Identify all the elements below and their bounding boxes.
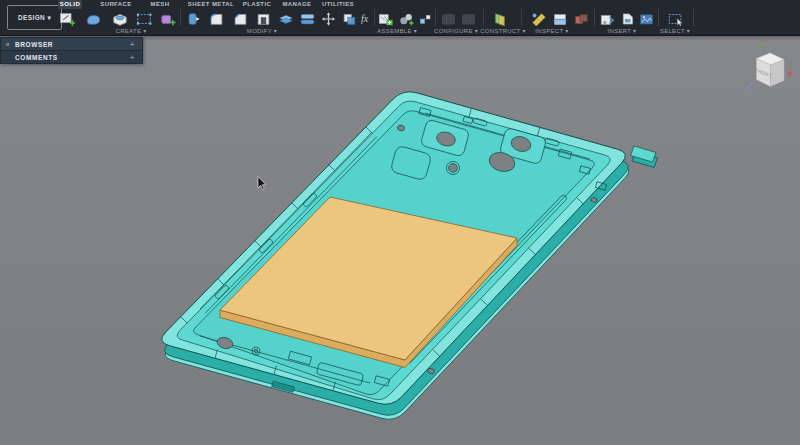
form-icon[interactable]: [81, 11, 106, 27]
design-menu-button[interactable]: DESIGN ▾: [7, 5, 62, 30]
measure-icon[interactable]: [530, 11, 548, 27]
toolbar-separator: [374, 9, 375, 26]
toolbar-separator: [521, 9, 522, 26]
tab-solid[interactable]: SOLID: [58, 0, 82, 9]
tab-mesh[interactable]: MESH: [147, 0, 173, 9]
tab-utilities[interactable]: UTILITIES: [321, 0, 355, 9]
rigid-group-icon[interactable]: [418, 11, 433, 27]
joint-icon[interactable]: [397, 11, 416, 27]
group-label-select[interactable]: SELECT ▾: [635, 27, 715, 35]
canvas-image-icon[interactable]: [638, 11, 655, 27]
new-component-icon[interactable]: [376, 11, 395, 27]
mouse-cursor: [258, 177, 266, 190]
toolbar-group-assemble: [376, 10, 433, 27]
shell-icon[interactable]: [253, 11, 274, 27]
toolbar-separator: [693, 9, 694, 26]
browser-panel: « BROWSER + COMMENTS +: [0, 37, 143, 64]
toolbar-group-modify: fx: [184, 10, 368, 27]
toolbar-separator: [658, 9, 659, 26]
viewport-canvas[interactable]: FRONT: [0, 36, 800, 445]
select-window-icon[interactable]: [664, 11, 687, 27]
decal-icon[interactable]: [619, 11, 636, 27]
browser-panel-title: BROWSER: [15, 41, 53, 48]
small-hole: [449, 164, 458, 173]
comments-panel-header[interactable]: COMMENTS +: [1, 51, 142, 63]
chamfer-icon[interactable]: [230, 11, 251, 27]
group-label-create[interactable]: CREATE ▾: [91, 27, 171, 35]
group-label-modify[interactable]: MODIFY ▾: [222, 27, 302, 35]
interference-icon[interactable]: [572, 11, 590, 27]
toolbar-separator: [483, 9, 484, 26]
toolbar-group-create: [57, 10, 179, 27]
tab-surface[interactable]: SURFACE: [99, 0, 133, 9]
insert-derive-icon[interactable]: [598, 11, 617, 27]
change-parameters-fx-icon[interactable]: fx: [361, 11, 368, 27]
fillet-icon[interactable]: [205, 11, 228, 27]
viewport[interactable]: FRONT: [0, 36, 800, 445]
group-label-inspect[interactable]: INSPECT ▾: [512, 27, 592, 35]
configuration-icon[interactable]: [460, 11, 477, 27]
align-icon[interactable]: [340, 11, 359, 27]
toolbar-group-insert: [598, 10, 655, 27]
toolbar-group-inspect: [530, 10, 590, 27]
browser-panel-header[interactable]: « BROWSER +: [1, 38, 142, 51]
selection-set-icon[interactable]: [134, 11, 154, 27]
expand-comments-icon[interactable]: +: [130, 53, 135, 62]
combine-icon[interactable]: [276, 11, 296, 27]
toolbar-group-select: [664, 10, 687, 27]
configure-table-icon[interactable]: [440, 11, 457, 27]
toolbar-group-configure: [440, 10, 477, 27]
axis-indicator-x: [787, 71, 791, 75]
create-sketch-icon[interactable]: [57, 11, 78, 27]
construct-plane-icon[interactable]: [490, 11, 508, 27]
axis-indicator-z: [746, 83, 753, 89]
collapse-panel-icon[interactable]: «: [1, 41, 15, 48]
toolbar-group-construct: [490, 10, 508, 27]
tab-manage[interactable]: MANAGE: [282, 0, 312, 9]
app-window: DESIGN ▾ SOLID SURFACE MESH SHEET METAL …: [0, 0, 800, 445]
view-cube[interactable]: FRONT: [746, 42, 791, 89]
comments-panel-title: COMMENTS: [15, 54, 58, 61]
split-body-icon[interactable]: [298, 11, 317, 27]
primitive-box-icon[interactable]: [109, 11, 131, 27]
toolbar-separator: [435, 9, 436, 26]
toolbar-separator: [180, 9, 181, 26]
tab-plastic[interactable]: PLASTIC: [242, 0, 272, 9]
expand-browser-icon[interactable]: +: [130, 40, 135, 49]
press-pull-icon[interactable]: [184, 11, 203, 27]
axis-indicator-y: [761, 42, 764, 50]
toolbar-separator: [594, 9, 595, 26]
section-analysis-icon[interactable]: [551, 11, 569, 27]
toolbar: DESIGN ▾ SOLID SURFACE MESH SHEET METAL …: [0, 0, 800, 36]
move-copy-icon[interactable]: [319, 11, 338, 27]
create-mesh-icon[interactable]: [157, 11, 179, 27]
tab-sheet-metal[interactable]: SHEET METAL: [186, 0, 236, 9]
